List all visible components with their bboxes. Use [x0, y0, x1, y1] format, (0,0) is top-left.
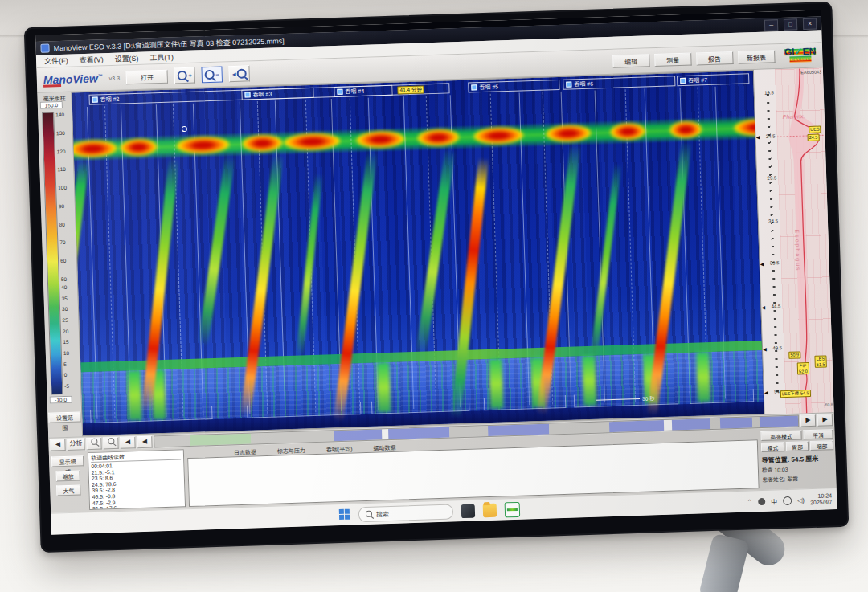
timeline-segment[interactable] [154, 435, 190, 447]
mode-button[interactable]: 模式 [761, 442, 784, 452]
screen: ManoView ESO v.3.3 [D:\食道测压文件\伍 写真 03 检查… [35, 10, 837, 534]
timeline-segment[interactable] [251, 431, 334, 443]
swallow-label-4[interactable]: 吞咽 #4 [334, 83, 449, 97]
timeline-segment[interactable] [664, 420, 672, 431]
hrm-pressure-plot[interactable]: 吞咽 #2 吞咽 #3 吞咽 #4 吞咽 #5 吞咽 #6 吞咽 #7 41.4… [71, 70, 764, 436]
swallow-label-6[interactable]: 吞咽 #6 [563, 76, 675, 90]
menu-view[interactable]: 查看(V) [79, 54, 103, 65]
time-marker-badge[interactable]: 41.4 分钟 [397, 85, 424, 94]
legend-swallow-average[interactable]: 吞咽(平均) [326, 444, 353, 453]
depth-marker-arrow[interactable]: ◀ [755, 134, 760, 140]
pharynx-label: Pharynx. [783, 113, 805, 120]
step-right-icon[interactable]: ▶ [800, 414, 816, 427]
depth-marker-arrow[interactable]: ◀ [763, 346, 767, 352]
taskbar-search[interactable]: 搜索 [358, 504, 454, 522]
zoom-mode-button[interactable]: 缩放 [56, 470, 80, 481]
depth-marker-arrow[interactable]: ◀ [761, 304, 765, 310]
manoview-app-icon[interactable] [505, 501, 521, 517]
zoom-in-button[interactable]: + [174, 67, 196, 84]
swallow-label-7[interactable]: 吞咽 #7 [677, 73, 749, 86]
step-left2-icon[interactable]: ◀ [137, 436, 152, 449]
timeline-zoom-in-button[interactable] [86, 438, 101, 451]
tick-label: 100 [58, 185, 72, 191]
step-left-icon[interactable]: ◀ [120, 436, 135, 449]
menu-file[interactable]: 文件(F) [44, 55, 68, 67]
timeline-segment[interactable] [760, 416, 798, 428]
timeline-segment[interactable] [672, 418, 710, 431]
les-badge[interactable]: LES51.5 [814, 355, 826, 367]
swallow-pressure-streak [198, 154, 235, 346]
step-right2-icon[interactable]: ▶ [817, 414, 833, 427]
menu-tools[interactable]: 工具(T) [149, 51, 174, 63]
scroll-left-icon[interactable]: ◀ [50, 439, 65, 451]
stomach-button[interactable]: 胃部 [786, 441, 809, 451]
clock-date: 2025/8/7 [810, 499, 832, 506]
depth-label: 29.5 [762, 175, 776, 181]
legend-peristalsis-data[interactable]: 蠕动数据 [373, 443, 395, 451]
analysis-button[interactable]: 分析 [67, 438, 84, 451]
scale-line [596, 398, 640, 400]
tray-chevron-icon[interactable]: ⌃ [747, 498, 752, 505]
open-button[interactable]: 打开 [126, 69, 169, 84]
timeline-segment[interactable] [720, 417, 752, 428]
edit-button[interactable]: 编辑 [612, 54, 649, 67]
measure-button[interactable]: 测量 [654, 53, 691, 67]
ues-badge[interactable]: UES [809, 125, 821, 133]
timeline-segment[interactable] [609, 420, 664, 432]
tray-circle-icon[interactable] [783, 496, 792, 504]
depth-marker-arrow[interactable]: ◀ [760, 261, 764, 267]
atmosphere-button[interactable]: 大气 [56, 484, 80, 496]
timeline-segment[interactable] [388, 427, 449, 439]
folder-app-icon[interactable] [483, 503, 497, 517]
pharynx-button[interactable]: 咽部 [810, 440, 833, 451]
timeline-segment[interactable] [190, 434, 251, 446]
zoom-out-button[interactable]: − [202, 66, 223, 83]
timeline-segment[interactable] [488, 424, 549, 436]
timeline-segment[interactable] [710, 418, 720, 429]
set-range-button[interactable]: 设置范围 [48, 411, 80, 423]
scale-max-value[interactable]: 150.0 [40, 101, 63, 109]
timeline-segment[interactable] [549, 422, 610, 434]
pip-badge[interactable]: PIP52.0 [797, 362, 809, 374]
app-icon [40, 43, 49, 52]
search-label: 搜索 [376, 509, 389, 519]
display-mode-button[interactable]: 显示模式 [51, 455, 84, 467]
depth-label: 19.5 [760, 90, 774, 96]
smooth-button[interactable]: 平滑 [803, 429, 833, 439]
magnifier-icon [91, 439, 97, 445]
legend-log-data[interactable]: 日志数据 [234, 447, 256, 456]
timeline-segment[interactable] [334, 429, 382, 441]
main-area: 毫米汞柱 150.0 140 130 120 110 100 90 80 70 [37, 67, 833, 437]
report-button[interactable]: 报告 [696, 51, 733, 65]
timeline-segment[interactable] [449, 426, 488, 438]
new-report-button[interactable]: 新报表 [738, 50, 775, 63]
scale-min-value[interactable]: -10.0 [50, 396, 72, 404]
system-tray: ⌃ 中 ◁) 10:24 2025/8/7 [747, 492, 832, 508]
windows-start-icon[interactable] [339, 509, 350, 521]
tick-label: 5 [63, 361, 78, 367]
close-button[interactable]: ✕ [803, 18, 817, 30]
swallow-label-5[interactable]: 吞咽 #5 [468, 80, 559, 93]
highlight-mode-button[interactable]: 高亮模式 [760, 430, 801, 441]
timeline-zoom-out-button[interactable] [103, 437, 118, 450]
file-explorer-icon[interactable] [461, 504, 476, 518]
tick-label: 130 [56, 129, 71, 136]
depth-marker-arrow[interactable]: ◀ [764, 390, 768, 395]
swallow-pressure-streak [416, 147, 456, 355]
mid-value-badge[interactable]: 50.9 [788, 351, 800, 358]
speaker-icon[interactable]: ◁) [797, 496, 805, 504]
maximize-button[interactable]: □ [784, 18, 797, 31]
given-imaging-logo: GI✓EN IMAGING [784, 48, 817, 63]
depth-label: 49.5 [768, 345, 782, 351]
tick-label: 10 [63, 349, 78, 356]
timeline-segment[interactable] [751, 417, 760, 427]
ime-indicator[interactable]: 中 [771, 496, 777, 505]
tray-app-icon[interactable] [758, 497, 765, 504]
taskbar-clock[interactable]: 10:24 2025/8/7 [810, 492, 833, 506]
zoom-reset-button[interactable]: ◂ [229, 65, 251, 82]
ues-value-badge[interactable]: 24.5 [807, 134, 819, 141]
legend-markers-pressure[interactable]: 标志与压力 [277, 446, 305, 455]
minimize-button[interactable]: ─ [764, 19, 778, 31]
menu-settings[interactable]: 设置(S) [114, 53, 138, 64]
les-bottom-badge[interactable]: LES下缘 54.5 [780, 390, 811, 398]
